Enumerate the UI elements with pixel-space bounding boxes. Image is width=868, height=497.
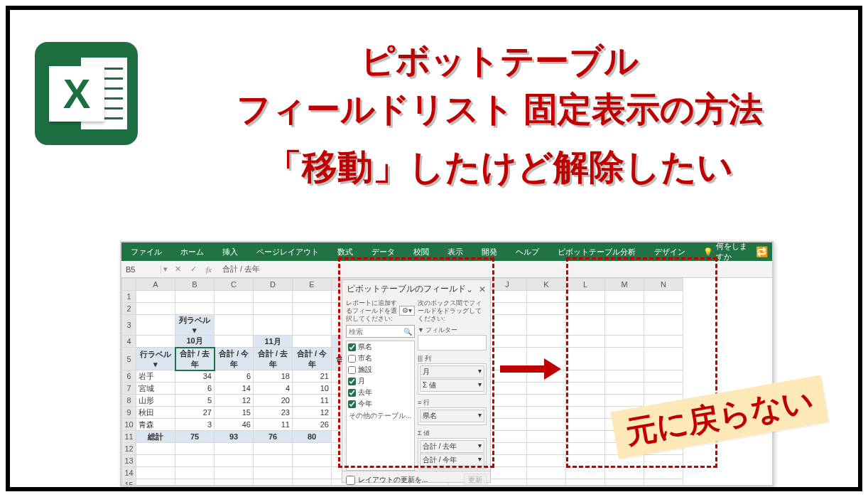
cell[interactable] [605, 395, 644, 407]
cell[interactable] [527, 383, 566, 395]
ribbon-tab-4[interactable]: 数式 [332, 242, 358, 261]
cell[interactable] [644, 336, 683, 348]
cell[interactable] [254, 303, 293, 315]
cell[interactable]: 14 [215, 383, 254, 395]
cell[interactable] [605, 370, 644, 383]
ribbon-tab-11[interactable]: デザイン [649, 242, 690, 261]
cell[interactable] [644, 467, 683, 479]
row-header[interactable]: 7 [122, 383, 136, 395]
cell[interactable] [566, 419, 605, 431]
cell[interactable] [175, 443, 215, 455]
cell[interactable] [566, 467, 605, 479]
fieldlist-collapse-icon[interactable]: ⌄ [466, 284, 473, 294]
zone-values[interactable]: 合計 / 去年▾合計 / 今年▾ [418, 438, 487, 469]
cell[interactable]: 12 [215, 395, 254, 407]
col-header[interactable]: B [175, 279, 215, 291]
cell[interactable]: 山形 [136, 395, 175, 407]
ribbon-tab-2[interactable]: 挿入 [217, 242, 243, 261]
confirm-icon[interactable]: ✓ [185, 264, 201, 274]
cell[interactable] [175, 291, 215, 303]
cell[interactable] [566, 336, 605, 348]
col-header[interactable]: E [293, 279, 332, 291]
share-icon[interactable]: 🔁 [756, 246, 768, 257]
cell[interactable] [175, 303, 215, 315]
cell[interactable] [136, 336, 175, 348]
cell[interactable]: 76 [254, 431, 293, 443]
gear-icon[interactable]: ⚙▾ [399, 306, 415, 316]
cell[interactable] [566, 370, 605, 383]
cell[interactable]: 10月 [175, 336, 215, 348]
cell[interactable] [644, 348, 683, 370]
cell[interactable] [605, 467, 644, 479]
col-header[interactable]: M [605, 279, 644, 291]
cell[interactable]: 列ラベル ▾ [175, 315, 215, 336]
cell[interactable] [488, 315, 527, 336]
cell[interactable] [527, 431, 566, 443]
cell[interactable] [293, 315, 332, 336]
col-header[interactable]: K [527, 279, 566, 291]
row-header[interactable]: 8 [122, 395, 136, 407]
update-button[interactable]: 更新 [464, 474, 487, 486]
cell[interactable] [605, 348, 644, 370]
cell[interactable] [527, 336, 566, 348]
ribbon-tab-1[interactable]: ホーム [175, 242, 209, 261]
cell[interactable] [566, 315, 605, 336]
cell[interactable] [488, 407, 527, 419]
cell[interactable]: 3 [175, 419, 215, 431]
cell[interactable] [488, 479, 527, 487]
formula-text[interactable]: 合計 / 去年 [217, 264, 260, 274]
cell[interactable] [175, 479, 215, 487]
row-header[interactable]: 15 [122, 479, 136, 487]
cell[interactable] [527, 455, 566, 467]
search-input[interactable] [349, 328, 403, 336]
cell[interactable] [488, 467, 527, 479]
cell[interactable] [215, 291, 254, 303]
namebox-dropdown-icon[interactable]: ▾ [161, 264, 170, 274]
row-header[interactable]: 9 [122, 407, 136, 419]
cell[interactable] [215, 303, 254, 315]
zone-item[interactable]: 合計 / 去年▾ [420, 440, 484, 453]
cell[interactable] [527, 407, 566, 419]
cell[interactable] [254, 291, 293, 303]
cell[interactable]: 行ラベル ▾ [136, 348, 175, 370]
cell[interactable] [293, 443, 332, 455]
cell[interactable] [293, 455, 332, 467]
field-label[interactable]: 施設 [358, 365, 372, 375]
cell[interactable] [527, 443, 566, 455]
cell[interactable] [605, 315, 644, 336]
zone-item[interactable]: 合計 / 今年▾ [420, 454, 484, 466]
field-label[interactable]: 月 [358, 376, 365, 386]
ribbon-tab-0[interactable]: ファイル [126, 242, 167, 261]
row-header[interactable]: 3 [122, 315, 136, 336]
cell[interactable]: 4 [254, 383, 293, 395]
row-header[interactable]: 5 [122, 348, 136, 370]
col-header[interactable]: D [254, 279, 293, 291]
cell[interactable]: 18 [254, 370, 293, 383]
cell[interactable]: 合計 / 去年 [175, 348, 215, 370]
col-header[interactable]: A [136, 279, 175, 291]
cell[interactable] [566, 383, 605, 395]
defer-layout-checkbox[interactable] [346, 476, 355, 485]
zone-columns[interactable]: 月▾Σ 値▾ [418, 363, 487, 395]
cell[interactable] [605, 291, 644, 303]
cell[interactable]: 27 [175, 407, 215, 419]
cell[interactable] [488, 303, 527, 315]
field-label[interactable]: 市名 [358, 353, 372, 363]
cell[interactable]: 11 [293, 395, 332, 407]
field-checkbox[interactable] [348, 378, 356, 385]
cell[interactable] [644, 303, 683, 315]
cell[interactable]: 10 [293, 383, 332, 395]
field-checkbox[interactable] [348, 343, 356, 351]
cell[interactable]: 岩手 [136, 370, 175, 383]
cell[interactable]: 6 [175, 383, 215, 395]
tell-me[interactable]: 何をしますか [716, 241, 747, 262]
cell[interactable] [527, 479, 566, 487]
cell[interactable]: 5 [175, 395, 215, 407]
field-checkbox[interactable] [348, 389, 356, 397]
ribbon-tab-8[interactable]: 開発 [477, 242, 502, 261]
cell[interactable] [644, 479, 683, 487]
cell[interactable]: 11月 [254, 336, 293, 348]
cell[interactable]: 93 [215, 431, 254, 443]
cell[interactable] [215, 443, 254, 455]
cell[interactable] [644, 455, 683, 467]
